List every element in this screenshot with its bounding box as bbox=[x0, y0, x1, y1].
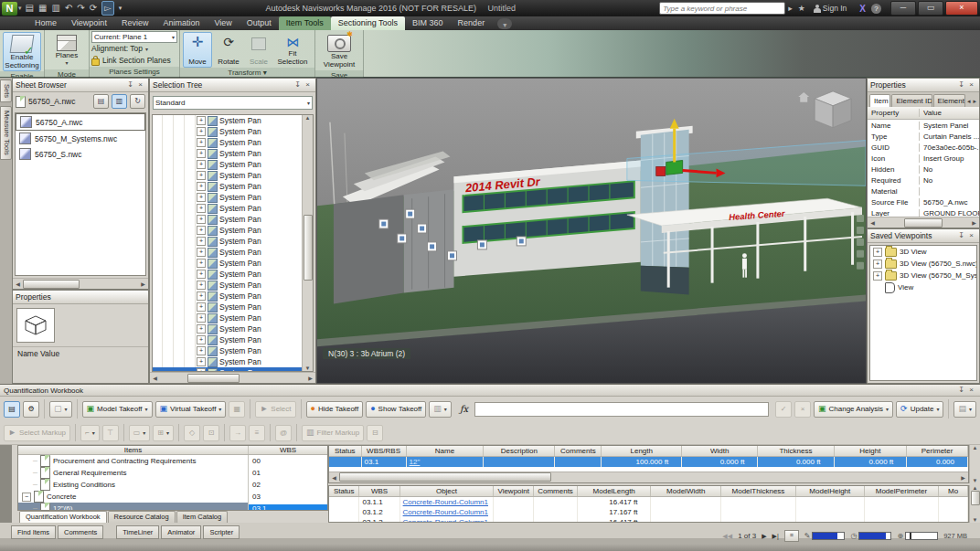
object-link[interactable]: 12" bbox=[410, 458, 421, 466]
tree-mode-select[interactable]: Standard▾ bbox=[153, 96, 313, 110]
table-row[interactable]: 03.1.2Concrete-Round-Column117.167 ft bbox=[329, 507, 968, 517]
update-button[interactable]: ⟳Update▾ bbox=[896, 401, 943, 418]
table-row[interactable]: 03.1.1Concrete-Round-Column116.417 ft bbox=[329, 496, 968, 507]
cancel-formula-button[interactable]: × bbox=[794, 401, 811, 418]
export-button[interactable]: ▤▾ bbox=[953, 401, 976, 418]
close-icon[interactable]: × bbox=[966, 79, 976, 90]
markup-fit-button[interactable]: ⊡ bbox=[203, 425, 219, 441]
scene-3d[interactable]: 2014 Revit Dr Health Center bbox=[317, 79, 866, 383]
ribbon-tab-output[interactable]: Output bbox=[240, 16, 279, 30]
sheet-item[interactable]: 56750_S.nwc bbox=[16, 146, 145, 162]
workbook-tab-resource-catalog[interactable]: Resource Catalog bbox=[108, 511, 176, 523]
expand-icon[interactable]: + bbox=[197, 171, 206, 180]
workbook-tab-item-catalog[interactable]: Item Catalog bbox=[176, 511, 229, 523]
current-plane-select[interactable]: Current: Plane 1▾ bbox=[91, 31, 177, 43]
takeoff-table-hscrollbar[interactable]: ◀▶ bbox=[329, 472, 968, 482]
expand-icon[interactable]: + bbox=[197, 182, 206, 191]
ribbon-tab-bim-360[interactable]: BIM 360 bbox=[405, 16, 451, 30]
tree-item[interactable]: +System Pan bbox=[153, 115, 302, 126]
tree-item[interactable]: +System Pan bbox=[153, 291, 302, 302]
move-button[interactable]: ✛ Move bbox=[183, 32, 212, 68]
tree-item[interactable]: +System Pan bbox=[153, 192, 302, 203]
column-header[interactable]: ModelLength bbox=[577, 486, 651, 497]
tree-item[interactable]: +System Pan bbox=[153, 203, 302, 214]
viewpoint-item[interactable]: View bbox=[870, 281, 976, 293]
quant-item-row[interactable]: ─12"(6)03.1 bbox=[18, 503, 327, 511]
tree-item[interactable]: +System Pan bbox=[153, 313, 302, 323]
first-sheet-icon[interactable]: ◀◀ bbox=[722, 533, 732, 540]
viewport-3d[interactable]: 2014 Revit Dr Health Center bbox=[316, 78, 867, 384]
property-row[interactable]: Source File56750_A.nwc bbox=[868, 196, 979, 207]
import-sheets-button[interactable]: ↻ bbox=[130, 94, 145, 109]
column-header[interactable]: ModelWidth bbox=[651, 486, 721, 497]
column-header[interactable]: Comments bbox=[534, 486, 578, 497]
close-button[interactable]: × bbox=[945, 1, 978, 16]
property-row[interactable]: RequiredNo bbox=[868, 175, 979, 185]
expand-icon[interactable]: + bbox=[197, 149, 206, 158]
markup-line-button[interactable]: ⌐▾ bbox=[80, 425, 100, 441]
column-header[interactable]: Thickness bbox=[758, 446, 834, 457]
thumbnail-view-button[interactable]: ▥ bbox=[112, 94, 127, 109]
expand-icon[interactable]: + bbox=[197, 302, 206, 312]
column-header[interactable]: Status bbox=[329, 486, 359, 497]
tab-scroll-left-icon[interactable]: ◂ bbox=[966, 95, 972, 107]
markup-anchor-button[interactable]: @ bbox=[275, 425, 292, 441]
object-table-vscrollbar[interactable]: ▲▼ bbox=[969, 485, 980, 524]
properties-hscrollbar[interactable]: ◀▶ bbox=[868, 217, 979, 228]
ribbon-tab-home[interactable]: Home bbox=[27, 16, 64, 30]
tree-item[interactable]: +System Pan bbox=[153, 356, 302, 367]
expand-icon[interactable]: + bbox=[197, 291, 206, 301]
star-icon[interactable]: ★ bbox=[798, 4, 805, 13]
column-header[interactable]: Perimeter bbox=[907, 446, 968, 457]
tree-item[interactable]: +System Pan bbox=[153, 323, 302, 334]
sheet-list-icon[interactable]: ≡ bbox=[784, 530, 799, 542]
markup-area-button[interactable]: ⊞▾ bbox=[153, 425, 174, 441]
pin-icon[interactable]: ↧ bbox=[125, 79, 135, 90]
save-icon[interactable]: ▦ bbox=[38, 2, 47, 15]
viewpoint-item[interactable]: +3D View (56750_M_Systems.nwc) bbox=[870, 270, 976, 281]
quant-item-row[interactable]: −Concrete03 bbox=[18, 491, 327, 503]
column-header[interactable]: ModelHeight bbox=[795, 486, 864, 497]
tree-item[interactable]: +System Pan bbox=[153, 280, 302, 291]
expand-icon[interactable]: + bbox=[197, 346, 206, 355]
glass-tower[interactable] bbox=[641, 130, 689, 268]
property-row[interactable]: NameSystem Panel bbox=[868, 120, 979, 131]
expand-icon[interactable]: + bbox=[197, 335, 206, 344]
ribbon-tab-render[interactable]: Render bbox=[451, 16, 493, 30]
ribbon-tab-animation[interactable]: Animation bbox=[155, 16, 207, 30]
alignment-select[interactable]: Alignment: Top▾ bbox=[91, 43, 177, 54]
hide-takeoff-button[interactable]: ●Hide Takeoff bbox=[306, 401, 364, 418]
side-tab-sets[interactable]: Sets bbox=[0, 79, 12, 102]
expand-icon[interactable]: + bbox=[873, 271, 882, 281]
link-section-planes-button[interactable]: Link Section Planes bbox=[91, 55, 177, 66]
column-header[interactable]: Height bbox=[834, 446, 907, 457]
tab-scroll-right-icon[interactable]: ▸ bbox=[972, 95, 977, 107]
expand-icon[interactable]: + bbox=[197, 226, 206, 235]
show-takeoff-button[interactable]: ●Show Takeoff bbox=[366, 401, 426, 418]
wbs-column-header[interactable]: WBS bbox=[249, 446, 327, 454]
dock-tab-scripter[interactable]: Scripter bbox=[203, 525, 240, 539]
virtual-takeoff-button[interactable]: ▣Virtual Takeoff▾ bbox=[155, 401, 227, 418]
quant-item-row[interactable]: ─Procurement and Contracting Requirement… bbox=[18, 455, 327, 467]
tree-item[interactable]: +System Pan bbox=[153, 269, 302, 280]
pin-icon[interactable]: ↧ bbox=[956, 385, 966, 396]
tree-item[interactable]: +System Pan bbox=[153, 181, 302, 192]
properties-tab-element[interactable]: Element bbox=[933, 94, 965, 107]
property-row[interactable]: GUID70e3a0ec-605b-... bbox=[868, 142, 979, 153]
column-header[interactable]: ModelThickness bbox=[721, 486, 796, 497]
save-viewpoint-button[interactable]: Save Viewpoint bbox=[318, 32, 360, 70]
properties-tab-item[interactable]: Item bbox=[869, 94, 890, 107]
object-link[interactable]: Concrete-Round-Column1 bbox=[403, 508, 488, 516]
close-icon[interactable]: × bbox=[966, 230, 976, 241]
expand-icon[interactable]: + bbox=[197, 259, 206, 268]
quant-item-row[interactable]: ─General Requirements01 bbox=[18, 467, 327, 479]
print-icon[interactable]: ▥ bbox=[51, 2, 59, 15]
close-icon[interactable]: × bbox=[303, 79, 313, 90]
column-header[interactable]: Mo bbox=[939, 486, 968, 497]
pin-icon[interactable]: ↧ bbox=[956, 230, 966, 241]
side-tab-measure-tools[interactable]: Measure Tools bbox=[0, 106, 12, 160]
column-header[interactable]: Comments bbox=[555, 446, 602, 457]
search-icon[interactable]: ▸ bbox=[788, 4, 793, 13]
tree-item[interactable]: +System Pan▾ bbox=[153, 367, 302, 371]
list-view-button[interactable]: ▤ bbox=[93, 94, 109, 109]
